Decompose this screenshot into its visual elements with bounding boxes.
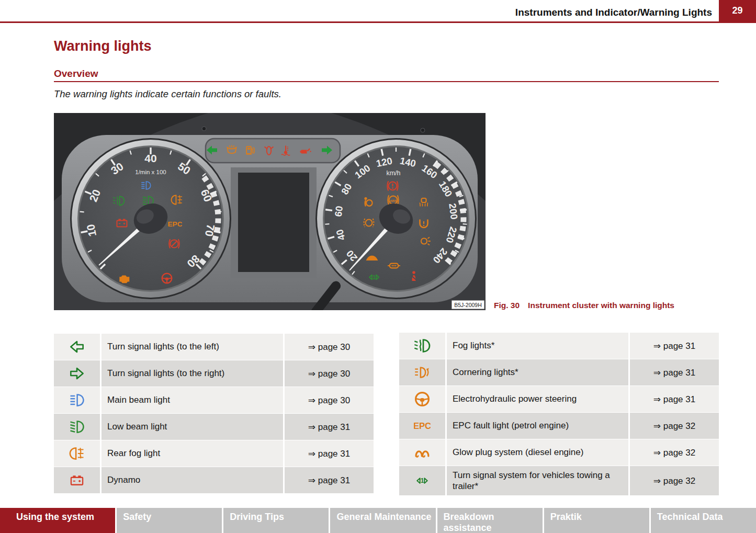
- page-reference-link[interactable]: ⇒ page 32: [630, 439, 719, 466]
- page-reference-link[interactable]: ⇒ page 30: [285, 387, 374, 413]
- main-beam-icon: [54, 387, 100, 413]
- svg-text:10: 10: [84, 223, 98, 237]
- low-beam-icon: [54, 414, 100, 440]
- row-label: EPC fault light (petrol engine): [447, 413, 628, 439]
- row-label: Dynamo: [101, 467, 283, 493]
- warning-lights-table-right: Fog lights* ⇒ page 31 Cornering lights* …: [399, 333, 719, 496]
- epc-warning-icon: [168, 220, 183, 228]
- intro-text: The warning lights indicate certain func…: [54, 88, 281, 100]
- row-label: Turn signal lights (to the right): [101, 360, 283, 387]
- section-tab-bar: Using the system Safety Driving Tips Gen…: [0, 508, 756, 533]
- row-label: Glow plug system (diesel engine): [447, 439, 628, 466]
- page-reference-link[interactable]: ⇒ page 30: [285, 334, 374, 360]
- table-row: Dynamo ⇒ page 31: [54, 467, 374, 493]
- table-row: Turn signal system for vehicles towing a…: [399, 466, 719, 495]
- row-label: Cornering lights*: [447, 359, 628, 385]
- turn-signal-left-icon: [54, 334, 100, 360]
- section-rule: [54, 81, 719, 82]
- rear-fog-light-icon: [54, 440, 100, 467]
- row-label: Turn signal system for vehicles towing a…: [447, 466, 628, 495]
- page-title: Warning lights: [54, 38, 151, 54]
- row-label: Rear fog light: [101, 440, 283, 467]
- section-heading: Overview: [54, 68, 98, 80]
- turn-signal-right-icon: [54, 360, 100, 387]
- page-reference-link[interactable]: ⇒ page 30: [285, 360, 374, 387]
- page-reference-link[interactable]: ⇒ page 31: [285, 440, 374, 467]
- power-steering-icon: [399, 386, 445, 412]
- image-code-label: B5J-2009H: [452, 300, 484, 309]
- page-reference-link[interactable]: ⇒ page 31: [285, 467, 374, 493]
- table-row: Electrohydraulic power steering ⇒ page 3…: [399, 386, 719, 412]
- tachometer-unit-label: 1/min x 100: [135, 169, 166, 175]
- nav-tab-driving-tips[interactable]: Driving Tips: [223, 508, 329, 533]
- page-reference-link[interactable]: ⇒ page 31: [630, 386, 719, 412]
- instrument-cluster-image: EPC ABS: [54, 113, 486, 310]
- table-row: Fog lights* ⇒ page 31: [399, 333, 719, 359]
- svg-text:40: 40: [144, 152, 156, 164]
- table-row: Low beam light ⇒ page 31: [54, 414, 374, 440]
- epc-icon: [399, 413, 445, 439]
- chapter-title: Instruments and Indicator/Warning Lights: [515, 7, 712, 18]
- instrument-cluster-figure: EPC ABS: [54, 113, 486, 310]
- table-row: Glow plug system (diesel engine) ⇒ page …: [399, 439, 719, 466]
- nav-tab-breakdown-assistance[interactable]: Breakdown assistance: [437, 508, 543, 533]
- table-row: Turn signal lights (to the left) ⇒ page …: [54, 334, 374, 360]
- page-number-badge: 29: [719, 0, 756, 21]
- speedometer: 20406080100120140160180200220240 km/h: [315, 138, 477, 299]
- svg-text:200: 200: [447, 202, 460, 220]
- nav-tab-safety[interactable]: Safety: [117, 508, 222, 533]
- speedometer-unit-label: km/h: [386, 169, 400, 177]
- trailer-turn-signal-icon: [399, 466, 445, 495]
- row-label: Low beam light: [101, 414, 283, 440]
- nav-tab-praktik[interactable]: Praktik: [544, 508, 649, 533]
- cornering-lights-icon: [399, 359, 445, 385]
- row-label: Fog lights*: [447, 333, 628, 359]
- svg-text:70: 70: [203, 223, 217, 237]
- fog-lights-icon: [399, 333, 445, 359]
- table-row: Main beam light ⇒ page 30: [54, 387, 374, 413]
- dynamo-icon: [54, 467, 100, 493]
- page-reference-link[interactable]: ⇒ page 32: [630, 413, 719, 439]
- row-label: Main beam light: [101, 387, 283, 413]
- multifunction-display: [238, 173, 309, 272]
- tachometer: 1020304050607080 1/min x 100: [70, 138, 231, 299]
- page-reference-link[interactable]: ⇒ page 31: [285, 414, 374, 440]
- svg-text:60: 60: [333, 205, 345, 217]
- manual-page: Instruments and Indicator/Warning Lights…: [0, 0, 756, 533]
- table-row: Rear fog light ⇒ page 31: [54, 440, 374, 467]
- glow-plug-icon: [399, 439, 445, 466]
- page-reference-link[interactable]: ⇒ page 31: [630, 359, 719, 385]
- table-row: Turn signal lights (to the right) ⇒ page…: [54, 360, 374, 387]
- nav-tab-general-maintenance[interactable]: General Maintenance: [330, 508, 435, 533]
- page-reference-link[interactable]: ⇒ page 31: [630, 333, 719, 359]
- warning-lights-table-left: Turn signal lights (to the left) ⇒ page …: [54, 334, 374, 494]
- header-rule: [0, 21, 756, 23]
- nav-tab-technical-data[interactable]: Technical Data: [651, 508, 756, 533]
- table-row: Cornering lights* ⇒ page 31: [399, 359, 719, 385]
- svg-text:B5J-2009H: B5J-2009H: [454, 302, 482, 308]
- figure-caption: Fig. 30Instrument cluster with warning l…: [494, 301, 674, 310]
- indicator-strip: [206, 139, 340, 163]
- row-label: Turn signal lights (to the left): [101, 334, 283, 360]
- row-label: Electrohydraulic power steering: [447, 386, 628, 412]
- table-row: EPC fault light (petrol engine) ⇒ page 3…: [399, 413, 719, 439]
- page-reference-link[interactable]: ⇒ page 32: [630, 466, 719, 495]
- nav-tab-using-the-system[interactable]: Using the system: [0, 508, 115, 533]
